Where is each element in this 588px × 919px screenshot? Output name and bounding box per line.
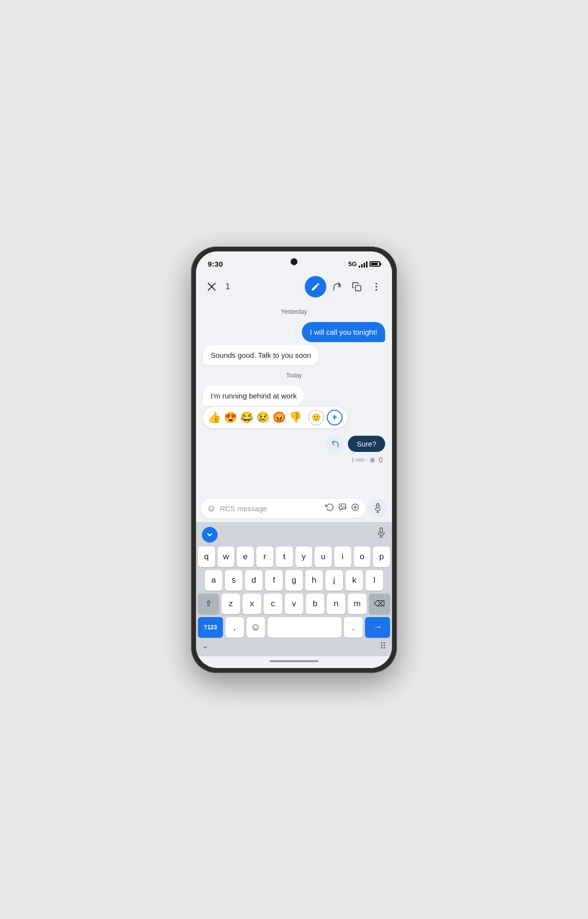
svg-rect-14	[377, 503, 379, 508]
emoji-cry[interactable]: 😢	[256, 412, 270, 423]
voice-button[interactable]	[368, 499, 387, 518]
svg-rect-18	[376, 506, 377, 507]
app-bar: 1	[196, 273, 392, 300]
svg-rect-21	[380, 528, 382, 533]
key-u[interactable]: u	[315, 546, 332, 567]
emoji-laugh-cry[interactable]: 😂	[240, 412, 253, 423]
key-d[interactable]: d	[245, 570, 263, 591]
key-j[interactable]: j	[325, 570, 343, 591]
key-c[interactable]: c	[264, 594, 282, 614]
key-z[interactable]: z	[221, 594, 240, 614]
svg-point-3	[375, 282, 377, 284]
key-b[interactable]: b	[306, 594, 324, 614]
selection-count: 1	[225, 282, 230, 292]
emoji-angry[interactable]: 😡	[272, 412, 286, 423]
bubble-outgoing-1[interactable]: I will call you tonight!	[302, 322, 385, 342]
phone-screen: 9:30 5G	[196, 251, 392, 668]
svg-rect-2	[356, 285, 361, 291]
copy-button[interactable]	[348, 278, 366, 296]
collapse-keyboard-icon[interactable]: ⌄	[202, 641, 208, 650]
chat-area: Yesterday I will call you tonight! Sound…	[196, 300, 392, 495]
app-bar-right	[305, 276, 385, 298]
camera	[291, 258, 297, 265]
svg-point-5	[375, 289, 377, 291]
more-button[interactable]	[368, 278, 385, 296]
emoji-thumbsdown[interactable]: 👎	[289, 412, 302, 423]
key-n[interactable]: n	[327, 594, 345, 614]
key-w[interactable]: w	[218, 546, 235, 567]
input-bar: ☺ RCS message	[196, 495, 392, 522]
reply-icon-button[interactable]	[326, 435, 344, 453]
smart-reply-row: Sure?	[203, 435, 385, 453]
bubble-incoming-2[interactable]: I'm running behind at work	[203, 386, 304, 406]
message-outgoing-1: I will call you tonight!	[203, 322, 385, 342]
signal-icon	[359, 261, 368, 268]
key-comma[interactable]: ,	[225, 617, 244, 638]
edit-fab[interactable]	[305, 276, 326, 298]
keyboard-row-2: a s d f g h j k l	[198, 570, 390, 591]
key-y[interactable]: y	[295, 546, 313, 567]
emoji-thumbsup[interactable]: 👍	[208, 412, 221, 423]
network-label: 5G	[348, 260, 357, 268]
date-today: Today	[203, 372, 385, 379]
add-reaction-button[interactable]: +	[327, 410, 343, 425]
svg-rect-20	[379, 506, 380, 507]
home-bar	[270, 660, 318, 662]
space-key[interactable]	[268, 617, 342, 638]
attach-icon[interactable]	[351, 503, 360, 514]
key-o[interactable]: o	[354, 546, 371, 567]
key-m[interactable]: m	[348, 594, 367, 614]
input-placeholder: RCS message	[220, 504, 321, 513]
key-f[interactable]: f	[265, 570, 283, 591]
svg-rect-17	[376, 504, 377, 505]
keyboard-row-1: q w e r t y u i o p	[198, 546, 390, 567]
svg-rect-8	[379, 457, 382, 461]
app-bar-left: 1	[203, 278, 230, 296]
key-l[interactable]: l	[366, 570, 383, 591]
status-icons: 5G	[348, 260, 380, 268]
svg-rect-19	[379, 504, 380, 505]
date-yesterday: Yesterday	[203, 308, 385, 315]
key-emoji[interactable]: ☺	[246, 617, 265, 638]
keyboard-grid-icon[interactable]: ⠿	[380, 641, 386, 651]
key-r[interactable]: r	[256, 546, 273, 567]
key-t[interactable]: t	[276, 546, 293, 567]
enter-key[interactable]: →	[365, 617, 390, 638]
keyboard-voice-button[interactable]	[376, 527, 386, 542]
num-key[interactable]: ?123	[198, 617, 223, 638]
emoji-heart-eyes[interactable]: 😍	[224, 412, 237, 423]
bubble-incoming-1[interactable]: Sounds good. Talk to you soon	[203, 345, 319, 365]
svg-point-4	[375, 286, 377, 288]
key-i[interactable]: i	[334, 546, 351, 567]
key-v[interactable]: v	[285, 594, 303, 614]
message-input[interactable]: ☺ RCS message	[201, 499, 366, 518]
media-icon[interactable]	[338, 503, 347, 514]
key-p[interactable]: p	[373, 546, 390, 567]
key-s[interactable]: s	[225, 570, 243, 591]
backspace-key[interactable]: ⌫	[369, 594, 390, 614]
keyboard-expand-button[interactable]	[202, 527, 218, 543]
battery-icon	[369, 261, 380, 267]
phone-frame: 9:30 5G	[191, 247, 397, 673]
key-a[interactable]: a	[205, 570, 222, 591]
forward-button[interactable]	[328, 278, 346, 296]
keyboard-row-3: ⇧ z x c v b n m ⌫	[198, 594, 390, 614]
key-e[interactable]: e	[237, 546, 254, 567]
key-period[interactable]: .	[344, 617, 363, 638]
keyboard-row-4: ?123 , ☺ . →	[198, 617, 390, 638]
message-incoming-1: Sounds good. Talk to you soon	[203, 345, 385, 365]
key-g[interactable]: g	[285, 570, 303, 591]
message-incoming-2: I'm running behind at work 👍 😍 😂 😢 😡 👎 🙂…	[203, 386, 385, 430]
key-q[interactable]: q	[198, 546, 215, 567]
message-meta: 1 min ·	[203, 457, 385, 463]
keyboard: q w e r t y u i o p a s d f g h j k	[196, 522, 392, 656]
emoji-input-icon[interactable]: ☺	[207, 503, 216, 514]
suggest-icon[interactable]	[325, 503, 334, 514]
key-h[interactable]: h	[305, 570, 323, 591]
key-x[interactable]: x	[243, 594, 261, 614]
key-k[interactable]: k	[345, 570, 363, 591]
shift-key[interactable]: ⇧	[198, 594, 219, 614]
close-button[interactable]	[203, 278, 220, 296]
custom-reaction-btn[interactable]: 🙂	[308, 410, 324, 425]
smart-reply-chip[interactable]: Sure?	[348, 436, 385, 452]
